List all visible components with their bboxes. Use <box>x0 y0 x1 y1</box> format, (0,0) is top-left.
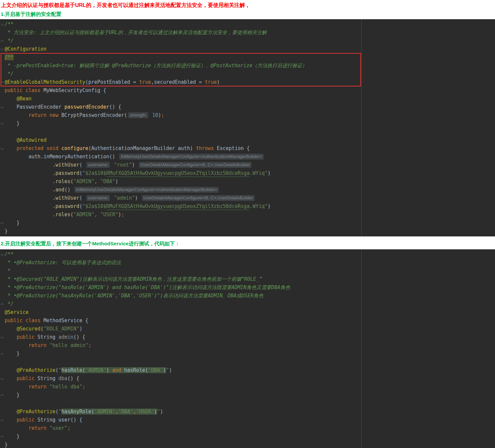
code-segment: ; <box>88 342 91 348</box>
code-segment: @PreAuthorize <box>17 409 55 415</box>
code-segment: UserDetailsManagerConfigurer<B, C>.UserD… <box>139 162 252 168</box>
fold-collapse-icon[interactable] <box>1 23 4 26</box>
code-segment: @Bean <box>17 96 31 102</box>
code-segment: username: <box>86 195 110 201</box>
fold-collapse-icon[interactable] <box>1 253 4 256</box>
code-segment: public <box>17 375 34 381</box>
fold-end-icon[interactable] <box>1 222 4 225</box>
code-segment: ( <box>56 409 59 415</box>
code-segment: ) <box>115 178 118 184</box>
code-line: PasswordEncoder passwordEncoder() { <box>0 103 495 111</box>
fold-collapse-icon[interactable] <box>1 335 4 339</box>
code-segment: /** <box>5 251 14 257</box>
code-line: @EnableGlobalMethodSecurity(prePostEnabl… <box>0 78 495 86</box>
fold-collapse-icon[interactable] <box>1 147 4 150</box>
code-line: * -prePostEnabled=true: 解锁两个注解 @PreAutho… <box>0 62 495 70</box>
code-segment: " <box>59 367 62 373</box>
code-segment: hasRole( <box>121 367 148 373</box>
code-editor-block-service[interactable]: /** * •@PreAuthorize: 可以使用基于表达式的语法 * * •… <box>0 249 495 448</box>
fold-collapse-icon[interactable] <box>1 377 4 380</box>
code-segment: "$2a$10$ <box>82 170 106 176</box>
fold-end-icon[interactable] <box>1 353 4 356</box>
code-segment: .roles <box>53 212 70 218</box>
code-segment: "admin" <box>114 195 135 201</box>
code-segment: * •@PreAuthorize("hasRole('ADMIN') and h… <box>5 284 290 290</box>
code-segment: } <box>5 392 20 398</box>
fold-collapse-icon[interactable] <box>1 105 4 109</box>
code-segment: MyWebSecurityConfig { <box>40 87 106 93</box>
code-line: * •@PreAuthorize: 可以使用基于表达式的语法 <box>0 259 495 267</box>
code-segment: , <box>94 212 97 218</box>
fold-collapse-icon[interactable] <box>1 47 4 51</box>
code-segment: ; <box>68 425 70 431</box>
code-line: * •@Secured("ROLE_ADMIN")注解表示访问该方法需要ADMI… <box>0 275 495 283</box>
fold-end-icon[interactable] <box>1 81 4 85</box>
fold-end-icon[interactable] <box>1 40 4 43</box>
code-segment <box>5 425 28 431</box>
code-line: public class MethodService { <box>0 317 495 325</box>
code-line: public class MyWebSecurityConfig { <box>0 86 495 95</box>
code-line: return "hello dba"; <box>0 383 495 391</box>
code-segment: dba <box>59 375 68 381</box>
code-segment: ) <box>268 170 271 176</box>
code-segment: .roles <box>53 178 70 184</box>
code-segment: * •@PreAuthorize: 可以使用基于表达式的语法 <box>5 260 121 266</box>
fold-end-icon[interactable] <box>1 123 4 126</box>
code-segment: .password <box>53 203 79 209</box>
code-line <box>0 399 495 408</box>
code-segment: } <box>5 121 20 126</box>
code-segment: 10 <box>152 112 158 118</box>
code-segment: () { <box>73 334 85 340</box>
code-segment: hasRole( <box>62 367 85 373</box>
code-segment: securedEnabled <box>154 79 196 85</box>
code-segment: () { <box>109 104 121 110</box>
code-segment <box>5 384 28 390</box>
code-segment: ( <box>56 367 59 373</box>
code-segment: prePostEnabled <box>88 79 130 85</box>
fold-end-icon[interactable] <box>1 394 4 398</box>
code-segment: ( <box>79 203 82 209</box>
code-line: @PreAuthorize("hasRole('ADMIN') and hasR… <box>0 366 495 374</box>
code-segment: .WYiq" <box>250 170 268 176</box>
code-segment: } <box>5 351 20 357</box>
code-line: @Service <box>0 308 495 317</box>
code-segment: MethodService { <box>40 318 88 324</box>
code-segment <box>111 162 114 168</box>
code-line: .and() InMemoryUserDetailsManagerConfigu… <box>0 186 495 194</box>
code-line: } <box>0 227 495 235</box>
section-heading-1: 1.开启基于注解的安全配置 <box>0 8 495 19</box>
code-segment: RMuFXGQ5AtH4wOvkUgyvuecpgUSeoxZYqilXzbz5… <box>106 170 249 176</box>
code-segment <box>5 203 53 209</box>
code-segment: and <box>112 367 121 373</box>
code-segment: return <box>28 384 46 390</box>
code-segment: ) <box>160 409 163 415</box>
code-segment: */ <box>5 301 14 307</box>
code-segment <box>5 326 17 332</box>
code-line: } <box>0 219 495 227</box>
code-segment: 'ADMIN' <box>85 367 106 373</box>
code-segment: strength: <box>128 112 148 118</box>
fold-end-icon[interactable] <box>1 436 4 439</box>
code-segment: "hello dba" <box>49 384 82 390</box>
fold-end-icon[interactable] <box>1 303 4 307</box>
code-segment: "$2a$10$ <box>82 203 106 209</box>
code-segment: ( <box>70 178 73 184</box>
code-segment: "root" <box>114 162 132 168</box>
code-segment: "hello admin" <box>49 342 88 348</box>
code-segment: * -prePostEnabled=true: 解锁两个注解 @PreAutho… <box>5 63 307 69</box>
code-line: * 方法安全: 上文介绍的认证与授权都是基于URL的，开发者也可以通过注解来灵活… <box>0 28 495 37</box>
code-segment: .WYiq" <box>250 203 268 209</box>
code-segment: * •@Secured("ROLE_ADMIN")注解表示访问该方法需要ADMI… <box>5 276 262 282</box>
code-line: } <box>0 441 495 448</box>
code-segment: ) <box>268 203 271 209</box>
code-editor-block-config[interactable]: /** * 方法安全: 上文介绍的认证与授权都是基于URL的，开发者也可以通过注… <box>0 19 495 236</box>
fold-collapse-icon[interactable] <box>1 418 4 422</box>
code-segment: "ADMIN" <box>73 212 94 218</box>
code-line: public String dba() { <box>0 374 495 383</box>
code-segment: 'DBA' <box>118 409 133 415</box>
code-segment: ( <box>85 79 88 85</box>
code-segment: " <box>166 367 169 373</box>
code-segment <box>5 162 53 168</box>
code-segment: username: <box>86 162 110 168</box>
code-segment: ) <box>79 326 82 332</box>
